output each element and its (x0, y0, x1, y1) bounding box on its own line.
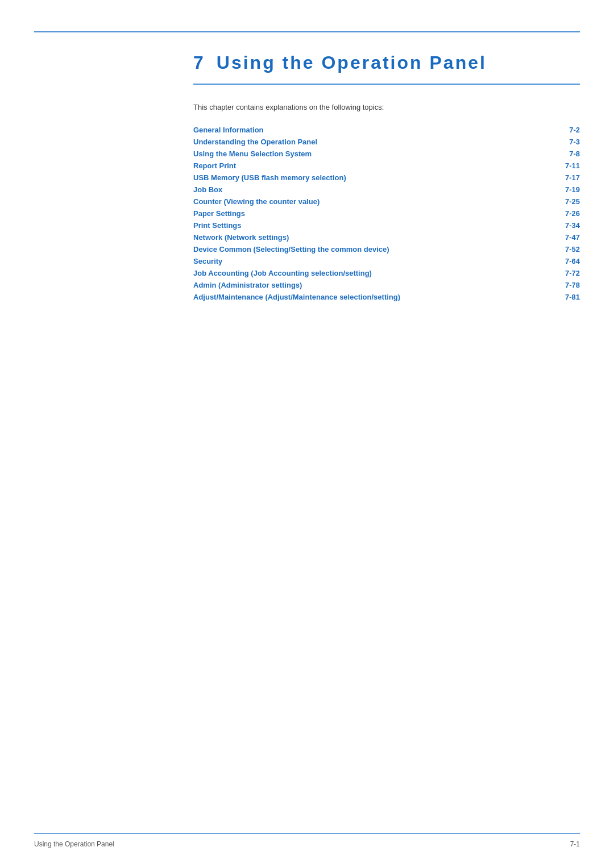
toc-item-page: 7-19 (554, 184, 580, 196)
toc-link[interactable]: Counter (Viewing the counter value) (193, 197, 320, 206)
toc-item-label[interactable]: Job Box (193, 184, 554, 196)
toc-item-page: 7-72 (554, 267, 580, 279)
toc-item-label[interactable]: Network (Network settings) (193, 231, 554, 243)
toc-item-label[interactable]: Admin (Administrator settings) (193, 279, 554, 291)
toc-row: Job Box7-19 (193, 184, 580, 196)
title-rule (193, 84, 580, 85)
toc-link[interactable]: Using the Menu Selection System (193, 149, 312, 158)
toc-link[interactable]: Device Common (Selecting/Setting the com… (193, 245, 389, 254)
toc-row: Network (Network settings)7-47 (193, 231, 580, 243)
toc-table: General Information7-2Understanding the … (193, 124, 580, 303)
toc-row: Admin (Administrator settings)7-78 (193, 279, 580, 291)
toc-link[interactable]: Admin (Administrator settings) (193, 281, 302, 289)
footer-right: 7-1 (570, 840, 580, 848)
toc-item-page: 7-52 (554, 243, 580, 255)
toc-item-label[interactable]: Paper Settings (193, 207, 554, 219)
toc-link[interactable]: Network (Network settings) (193, 233, 289, 242)
toc-item-page: 7-26 (554, 207, 580, 219)
toc-item-label[interactable]: Using the Menu Selection System (193, 148, 554, 160)
toc-row: Understanding the Operation Panel7-3 (193, 136, 580, 148)
toc-link[interactable]: Job Box (193, 185, 222, 194)
toc-item-page: 7-2 (554, 124, 580, 136)
toc-row: Job Accounting (Job Accounting selection… (193, 267, 580, 279)
toc-row: Device Common (Selecting/Setting the com… (193, 243, 580, 255)
chapter-number: 7 (193, 52, 205, 73)
toc-row: Counter (Viewing the counter value)7-25 (193, 196, 580, 207)
toc-item-page: 7-3 (554, 136, 580, 148)
bottom-rule (34, 833, 580, 834)
toc-link[interactable]: Understanding the Operation Panel (193, 138, 317, 146)
toc-item-page: 7-17 (554, 172, 580, 184)
chapter-title: 7Using the Operation Panel (193, 51, 580, 75)
toc-item-page: 7-64 (554, 255, 580, 267)
toc-item-label[interactable]: Job Accounting (Job Accounting selection… (193, 267, 554, 279)
toc-row: USB Memory (USB flash memory selection)7… (193, 172, 580, 184)
toc-item-label[interactable]: Understanding the Operation Panel (193, 136, 554, 148)
toc-item-page: 7-78 (554, 279, 580, 291)
toc-link[interactable]: General Information (193, 126, 264, 134)
toc-item-label[interactable]: Adjust/Maintenance (Adjust/Maintenance s… (193, 291, 554, 303)
toc-link[interactable]: Adjust/Maintenance (Adjust/Maintenance s… (193, 293, 400, 301)
toc-item-page: 7-8 (554, 148, 580, 160)
page-container: 7Using the Operation Panel This chapter … (0, 0, 614, 868)
toc-link[interactable]: Report Print (193, 161, 236, 170)
toc-link[interactable]: Job Accounting (Job Accounting selection… (193, 269, 372, 277)
intro-text: This chapter contains explanations on th… (193, 102, 580, 113)
toc-row: Print Settings7-34 (193, 219, 580, 231)
toc-item-label[interactable]: Security (193, 255, 554, 267)
toc-item-label[interactable]: Counter (Viewing the counter value) (193, 196, 554, 207)
toc-row: Adjust/Maintenance (Adjust/Maintenance s… (193, 291, 580, 303)
toc-row: Security7-64 (193, 255, 580, 267)
chapter-title-text: Using the Operation Panel (217, 52, 487, 73)
content-area: 7Using the Operation Panel This chapter … (193, 40, 580, 303)
toc-link[interactable]: Paper Settings (193, 209, 245, 218)
toc-link[interactable]: Security (193, 257, 222, 265)
top-rule (34, 31, 580, 32)
toc-row: Using the Menu Selection System7-8 (193, 148, 580, 160)
toc-link[interactable]: Print Settings (193, 221, 242, 230)
toc-link[interactable]: USB Memory (USB flash memory selection) (193, 173, 346, 182)
toc-item-label[interactable]: USB Memory (USB flash memory selection) (193, 172, 554, 184)
toc-item-page: 7-25 (554, 196, 580, 207)
toc-row: General Information7-2 (193, 124, 580, 136)
toc-item-page: 7-81 (554, 291, 580, 303)
footer-left: Using the Operation Panel (34, 840, 114, 848)
toc-item-page: 7-34 (554, 219, 580, 231)
toc-item-label[interactable]: General Information (193, 124, 554, 136)
toc-item-label[interactable]: Report Print (193, 160, 554, 172)
toc-item-page: 7-47 (554, 231, 580, 243)
toc-item-page: 7-11 (554, 160, 580, 172)
toc-item-label[interactable]: Device Common (Selecting/Setting the com… (193, 243, 554, 255)
toc-row: Report Print7-11 (193, 160, 580, 172)
toc-item-label[interactable]: Print Settings (193, 219, 554, 231)
toc-row: Paper Settings7-26 (193, 207, 580, 219)
